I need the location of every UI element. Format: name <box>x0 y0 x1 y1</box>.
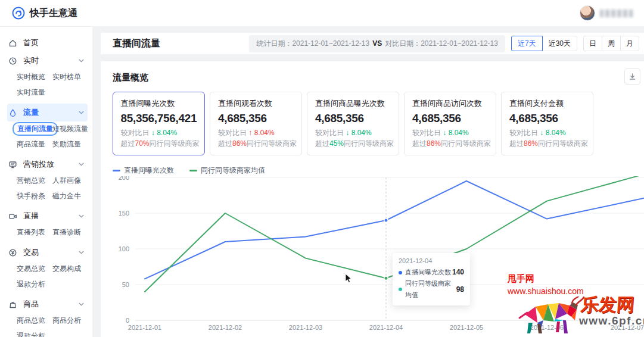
chevron-down-icon <box>79 302 84 306</box>
clock-icon <box>8 57 17 65</box>
metric-card-live-exposure[interactable]: 直播间曝光次数 85,356,756,421 较对比日 ↓ 8.04% 超过70… <box>113 92 205 155</box>
sidebar-item-trade[interactable]: 交易 <box>7 244 88 261</box>
sidebar-subgroup-trade: 交易总览 交易构成 退款分析 <box>17 264 88 289</box>
granularity-week-button[interactable]: 周 <box>602 36 621 51</box>
metric-card-goods-visits[interactable]: 直播间商品访问次数 4,685,356 较对比日 ↓ 8.04% 超过86%同行… <box>404 92 496 155</box>
chevron-down-icon <box>79 111 84 114</box>
metric-value: 4,685,356 <box>509 111 585 126</box>
sidebar-subgroup-goods: 商品总览 商品分析 退款分析 <box>17 316 88 337</box>
sidebar-subitem[interactable]: 商品流量 <box>17 139 52 149</box>
metric-card-goods-exposure[interactable]: 直播间商品曝光次数 4,685,356 较对比日 ↓ 8.04% 超过45%同行… <box>307 92 399 155</box>
metric-rank: 超过86%同行同等级商家 <box>412 138 488 149</box>
chart-legend: 直播间曝光次数 同行同等级商家均值 <box>101 155 644 176</box>
sidebar-subitem-live-room-traffic[interactable]: 直播间流量 <box>13 122 58 136</box>
chevron-down-icon <box>79 214 84 218</box>
sidebar: 首页 实时 实时概览 实时榜单 实时流量 流量 直播间流量 短视频流量 商品流量… <box>0 27 93 337</box>
svg-text:200: 200 <box>119 176 129 181</box>
sidebar-subitem[interactable]: 交易构成 <box>52 264 88 274</box>
chevron-down-icon <box>79 59 84 63</box>
metric-rank: 超过70%同行同等级商家 <box>121 138 197 149</box>
metric-rank: 超过86%同行同等级商家 <box>218 138 294 149</box>
granularity-day-button[interactable]: 日 <box>583 36 602 51</box>
metric-title: 直播间商品曝光次数 <box>315 98 391 109</box>
metric-card-pay-amount[interactable]: 直播间支付金额 4,685,356 较对比日 ↓ 8.04% 超过86%同行同等… <box>501 92 593 155</box>
lefa-bull-logo <box>518 297 584 335</box>
metric-value: 4,685,356 <box>315 111 391 126</box>
page-title-bar: 直播间流量 统计日期：2021-12-01~2021-12-13VS对比日期：2… <box>101 33 644 54</box>
stat-date-range: 2021-12-01~2021-12-13 <box>292 39 369 48</box>
avatar[interactable] <box>580 5 595 21</box>
metric-compare: 较对比日 ↓ 8.04% <box>509 127 585 138</box>
chart-tooltip: 2021-12-04 直播间曝光次数 140 同行同等级商家均值 98 <box>393 253 470 305</box>
range-button-group: 近7天 近30天 <box>511 36 577 51</box>
download-button[interactable] <box>624 68 640 85</box>
section-title: 流量概览 <box>113 72 632 83</box>
app-brand[interactable]: 快手生意通 <box>12 7 77 20</box>
monitor-icon <box>8 160 17 169</box>
metric-rank: 超过45%同行同等级商家 <box>315 138 391 149</box>
sidebar-subitem[interactable]: 实时流量 <box>17 88 52 98</box>
sidebar-subitem[interactable]: 交易总览 <box>17 264 52 274</box>
sidebar-subgroup-live: 直播列表 直播诊断 <box>17 227 88 238</box>
chevron-down-icon <box>79 163 84 166</box>
sidebar-item-goods[interactable]: 商品 <box>7 295 88 313</box>
sidebar-subitem[interactable]: 直播列表 <box>17 227 52 238</box>
svg-text:0: 0 <box>126 317 129 324</box>
granularity-month-button[interactable]: 月 <box>620 36 639 51</box>
legend-item-exposure[interactable]: 直播间曝光次数 <box>113 166 174 176</box>
tooltip-dot-teal <box>399 288 402 291</box>
sidebar-item-label: 商品 <box>23 299 39 310</box>
sidebar-item-marketing[interactable]: 营销投放 <box>7 155 88 173</box>
sidebar-subitem[interactable]: 奖励流量 <box>52 139 88 149</box>
tooltip-date: 2021-12-04 <box>399 257 464 264</box>
sidebar-item-traffic[interactable]: 流量 <box>7 104 88 121</box>
svg-text:100: 100 <box>119 245 129 252</box>
legend-item-peer-avg[interactable]: 同行同等级商家均值 <box>189 166 265 176</box>
sidebar-item-label: 交易 <box>23 247 39 258</box>
metric-compare: 较对比日 ↓ 8.04% <box>121 127 197 138</box>
date-range-summary: 统计日期：2021-12-01~2021-12-13VS对比日期：2021-12… <box>249 35 505 52</box>
user-area[interactable] <box>580 5 633 21</box>
metric-card-live-views[interactable]: 直播间观看次数 4,685,356 较对比日 ↑ 8.04% 超过86%同行同等… <box>210 92 302 155</box>
sidebar-subitem[interactable]: 人群画像 <box>52 176 88 186</box>
chevron-down-icon <box>79 251 84 254</box>
sidebar-subitem[interactable]: 实时概览 <box>17 72 52 82</box>
metric-title: 直播间曝光次数 <box>121 98 197 109</box>
sidebar-subitem[interactable]: 实时榜单 <box>52 72 88 82</box>
metric-value: 85,356,756,421 <box>121 111 197 126</box>
metric-title: 直播间观看次数 <box>218 98 294 109</box>
sidebar-subitem[interactable]: 直播诊断 <box>52 227 88 238</box>
mouse-cursor <box>345 274 353 283</box>
water-drop-icon <box>8 108 17 117</box>
sidebar-subitem[interactable]: 商品分析 <box>52 316 88 326</box>
line-chart[interactable]: 0501001502002021-12-012021-12-022021-12-… <box>101 176 644 337</box>
app-title: 快手生意通 <box>30 7 77 20</box>
sidebar-subgroup-marketing: 营销总览 人群画像 快手粉条 磁力金牛 <box>17 176 88 201</box>
sidebar-subitem[interactable]: 快手粉条 <box>17 191 52 201</box>
sidebar-item-label: 流量 <box>23 107 39 118</box>
sidebar-subitem[interactable]: 短视频流量 <box>52 124 88 134</box>
range-30d-button[interactable]: 近30天 <box>542 36 577 51</box>
sidebar-subitem[interactable]: 营销总览 <box>17 176 52 186</box>
sidebar-subgroup-realtime: 实时概览 实时榜单 实时流量 <box>17 72 88 98</box>
download-icon <box>629 73 636 80</box>
sidebar-item-label: 首页 <box>23 38 39 48</box>
svg-text:2021-12-05: 2021-12-05 <box>450 324 483 331</box>
sidebar-item-realtime[interactable]: 实时 <box>7 52 88 70</box>
sidebar-subitem[interactable]: 商品总览 <box>17 316 52 326</box>
sidebar-subitem[interactable]: 退款分析 <box>17 331 52 337</box>
app-logo-icon <box>12 7 25 20</box>
sidebar-subitem[interactable]: 退款分析 <box>17 279 52 289</box>
sidebar-item-home[interactable]: 首页 <box>7 34 88 52</box>
compare-date-prefix: 对比日期： <box>385 39 421 48</box>
vs-label: VS <box>372 39 382 48</box>
sidebar-subitem[interactable]: 磁力金牛 <box>52 191 88 201</box>
home-icon <box>8 39 17 48</box>
video-camera-icon <box>8 212 17 221</box>
sidebar-item-label: 直播 <box>23 211 39 221</box>
topbar: 快手生意通 <box>0 0 644 27</box>
range-7d-button[interactable]: 近7天 <box>511 36 543 51</box>
metric-title: 直播间支付金额 <box>509 98 585 109</box>
legend-marker-green <box>189 170 197 171</box>
sidebar-item-live[interactable]: 直播 <box>7 207 88 225</box>
